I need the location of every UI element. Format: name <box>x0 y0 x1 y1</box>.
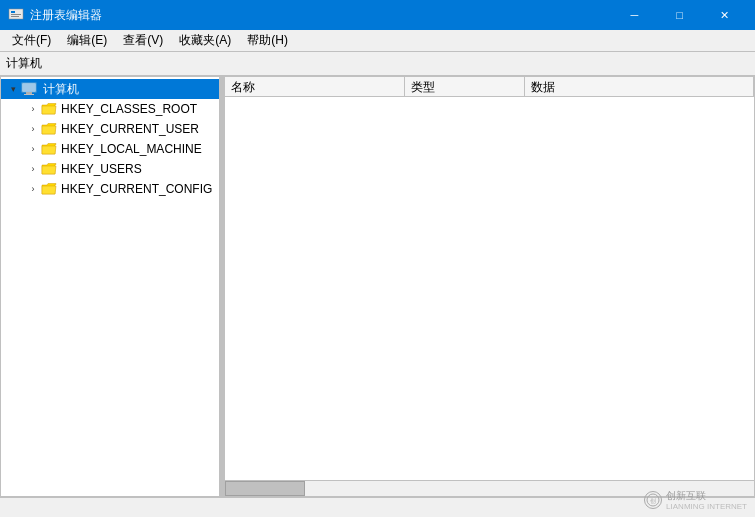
titlebar: 注册表编辑器 ─ □ ✕ <box>0 0 755 30</box>
tree-item-local-machine[interactable]: › HKEY_LOCAL_MACHINE <box>21 139 219 159</box>
maximize-button[interactable]: □ <box>657 0 702 30</box>
folder-icon-users <box>41 162 57 176</box>
svg-rect-2 <box>11 14 21 15</box>
svg-rect-6 <box>26 92 32 94</box>
svg-rect-3 <box>11 16 19 17</box>
watermark-text: 创新互联 LIANMING INTERNET <box>666 489 747 511</box>
hscrollbar-thumb[interactable] <box>225 481 305 496</box>
folder-icon-current-user <box>41 122 57 136</box>
tree-pane[interactable]: ▾ 计算机 › HKEY_CLASSES_ROOT <box>1 77 221 496</box>
watermark-main: 创新互联 <box>666 490 706 501</box>
tree-item-classes-root[interactable]: › HKEY_CLASSES_ROOT <box>21 99 219 119</box>
addressbar: 计算机 <box>0 52 755 76</box>
svg-rect-1 <box>11 11 15 13</box>
label-users: HKEY_USERS <box>61 162 142 176</box>
menu-file[interactable]: 文件(F) <box>4 30 59 51</box>
computer-icon <box>21 82 39 96</box>
col-header-data: 数据 <box>525 77 754 96</box>
folder-icon-classes-root <box>41 102 57 116</box>
root-toggle[interactable]: ▾ <box>5 81 21 97</box>
menu-favorites[interactable]: 收藏夹(A) <box>171 30 239 51</box>
statusbar: 创 创新互联 LIANMING INTERNET <box>0 497 755 517</box>
label-current-config: HKEY_CURRENT_CONFIG <box>61 182 212 196</box>
toggle-local-machine[interactable]: › <box>25 141 41 157</box>
label-local-machine: HKEY_LOCAL_MACHINE <box>61 142 202 156</box>
menu-help[interactable]: 帮助(H) <box>239 30 296 51</box>
menu-edit[interactable]: 编辑(E) <box>59 30 115 51</box>
toggle-current-user[interactable]: › <box>25 121 41 137</box>
folder-icon-local-machine <box>41 142 57 156</box>
main-content: ▾ 计算机 › HKEY_CLASSES_ROOT <box>0 76 755 497</box>
menu-view[interactable]: 查看(V) <box>115 30 171 51</box>
tree-item-current-config[interactable]: › HKEY_CURRENT_CONFIG <box>21 179 219 199</box>
svg-text:创: 创 <box>650 498 656 504</box>
col-header-type: 类型 <box>405 77 525 96</box>
window-title: 注册表编辑器 <box>30 7 612 24</box>
label-current-user: HKEY_CURRENT_USER <box>61 122 199 136</box>
address-label: 计算机 <box>6 55 42 72</box>
detail-header: 名称 类型 数据 <box>225 77 754 97</box>
col-header-name: 名称 <box>225 77 405 96</box>
watermark: 创 创新互联 LIANMING INTERNET <box>644 489 747 511</box>
watermark-sub: LIANMING INTERNET <box>666 503 747 511</box>
tree-root-computer[interactable]: ▾ 计算机 <box>1 79 219 99</box>
tree-item-users[interactable]: › HKEY_USERS <box>21 159 219 179</box>
svg-rect-7 <box>24 94 34 95</box>
window-controls: ─ □ ✕ <box>612 0 747 30</box>
toggle-classes-root[interactable]: › <box>25 101 41 117</box>
tree-children: › HKEY_CLASSES_ROOT › HKEY_CURRENT_USER … <box>1 99 219 199</box>
app-icon <box>8 7 24 23</box>
watermark-icon: 创 <box>644 491 662 509</box>
label-classes-root: HKEY_CLASSES_ROOT <box>61 102 197 116</box>
toggle-users[interactable]: › <box>25 161 41 177</box>
minimize-button[interactable]: ─ <box>612 0 657 30</box>
svg-rect-5 <box>23 84 35 91</box>
toggle-current-config[interactable]: › <box>25 181 41 197</box>
menubar: 文件(F) 编辑(E) 查看(V) 收藏夹(A) 帮助(H) <box>0 30 755 52</box>
root-label: 计算机 <box>43 81 79 98</box>
detail-pane: 名称 类型 数据 <box>225 77 754 496</box>
close-button[interactable]: ✕ <box>702 0 747 30</box>
detail-body[interactable] <box>225 97 754 480</box>
tree-item-current-user[interactable]: › HKEY_CURRENT_USER <box>21 119 219 139</box>
folder-icon-current-config <box>41 182 57 196</box>
